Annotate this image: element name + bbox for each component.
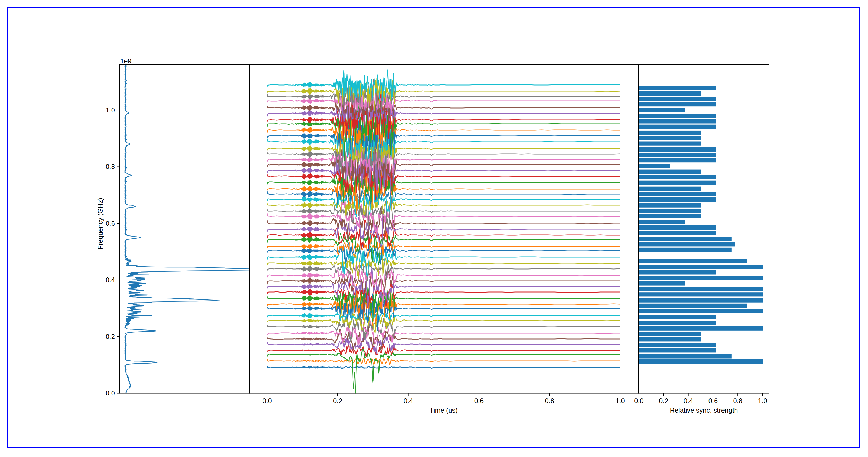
svg-text:0.2: 0.2 [333,397,342,404]
svg-text:0.0: 0.0 [634,397,643,404]
svg-text:1.0: 1.0 [615,397,625,404]
svg-text:1.0: 1.0 [758,397,767,404]
svg-text:0.4: 0.4 [404,397,413,404]
svg-text:0.6: 0.6 [709,397,718,404]
svg-text:0.2: 0.2 [659,397,668,404]
svg-text:0.4: 0.4 [684,397,693,404]
svg-text:0.8: 0.8 [733,397,742,404]
svg-text:1e9: 1e9 [120,57,131,65]
svg-text:1.0: 1.0 [105,106,115,114]
svg-text:0.4: 0.4 [105,276,115,284]
svg-text:0.6: 0.6 [105,220,115,227]
svg-text:Frequency (GHz): Frequency (GHz) [96,198,104,250]
svg-text:Time (us): Time (us) [430,406,458,414]
svg-text:0.0: 0.0 [105,390,115,397]
svg-text:0.8: 0.8 [545,397,554,404]
svg-text:0.2: 0.2 [105,333,115,340]
svg-text:Relative sync. strength: Relative sync. strength [670,406,738,414]
svg-text:0.8: 0.8 [105,163,115,170]
svg-text:0.0: 0.0 [262,397,272,404]
svg-text:0.6: 0.6 [474,397,484,404]
